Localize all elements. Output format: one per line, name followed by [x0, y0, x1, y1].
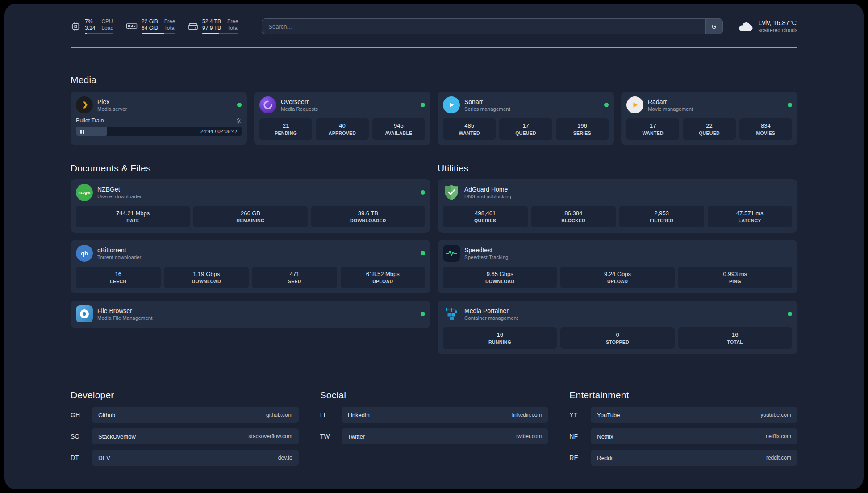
- service-desc: Series management: [464, 106, 510, 112]
- bookmark-url: dev.to: [278, 455, 292, 461]
- service-name: File Browser: [97, 307, 152, 314]
- bookmark-linkedin[interactable]: LI LinkedIn linkedin.com: [320, 407, 548, 423]
- service-link-nzbget[interactable]: nzbget NZBGet Usenet downloader: [76, 184, 142, 201]
- speedtest-icon: [443, 245, 460, 262]
- search-input[interactable]: [262, 18, 722, 34]
- bookmark-netflix[interactable]: NF Netflix netflix.com: [569, 428, 797, 444]
- service-name: Radarr: [648, 98, 693, 105]
- bookmark-reddit[interactable]: RE Reddit reddit.com: [569, 450, 797, 466]
- stat-tile: 17 WANTED: [626, 118, 679, 140]
- service-name: NZBGet: [97, 186, 142, 193]
- section-title-media: Media: [71, 75, 797, 85]
- bookmark-name: Reddit: [597, 455, 614, 461]
- service-card-filebrowser: File Browser Media File Management: [71, 301, 430, 328]
- stat-tile: 471 SEED: [252, 267, 337, 288]
- bookmark-url: github.com: [266, 412, 292, 418]
- bookmark-url: linkedin.com: [512, 412, 542, 418]
- search-bar: G: [262, 18, 722, 34]
- stat-tile: 945 AVAILABLE: [372, 118, 425, 140]
- bookmark-url: twitter.com: [516, 433, 542, 439]
- nzbget-icon: nzbget: [76, 184, 93, 201]
- bookmark-abbr: YT: [569, 411, 591, 418]
- status-dot: [788, 312, 792, 316]
- disk-total-label: Total: [227, 25, 238, 31]
- stat-tile: 744.21 Mbps RATE: [76, 206, 190, 227]
- gear-icon[interactable]: [236, 118, 242, 124]
- section-title-documents: Documents & Files: [71, 163, 430, 174]
- service-link-adguard[interactable]: AdGuard Home DNS and adblocking: [443, 184, 511, 201]
- bookmark-stackoverflow[interactable]: SO StackOverflow stackoverflow.com: [71, 428, 299, 444]
- bookmark-github[interactable]: GH Github github.com: [71, 407, 299, 423]
- playback-progress-bar[interactable]: 24:44 / 02:06:47: [76, 127, 242, 136]
- status-dot: [421, 190, 425, 195]
- pause-icon[interactable]: [80, 127, 84, 136]
- service-desc: Container management: [464, 315, 518, 321]
- cpu-widget: 7% 3.24 CPU Load: [71, 18, 113, 34]
- sonarr-icon: [443, 96, 460, 113]
- cpu-usage-fill: [85, 33, 87, 34]
- adguard-icon: [443, 184, 460, 201]
- stat-tile: 16 TOTAL: [678, 327, 792, 349]
- memory-usage-fill: [142, 33, 164, 34]
- filebrowser-icon: [76, 305, 93, 322]
- section-utilities: Utilities AdGuard Home: [438, 163, 797, 361]
- bookmark-dev[interactable]: DT DEV dev.to: [71, 450, 299, 466]
- service-link-radarr[interactable]: Radarr Movie management: [626, 96, 693, 113]
- service-link-portainer[interactable]: Media Portainer Container management: [443, 305, 518, 322]
- bookmark-url: reddit.com: [766, 455, 791, 461]
- service-name: Overseerr: [281, 98, 318, 105]
- dashboard-page: 7% 3.24 CPU Load: [4, 4, 864, 489]
- stat-tile: 266 GB REMAINING: [193, 206, 307, 227]
- service-name: Speedtest: [464, 246, 508, 254]
- bookmark-abbr: LI: [320, 411, 342, 418]
- service-link-filebrowser[interactable]: File Browser Media File Management: [76, 305, 152, 322]
- bookmark-abbr: RE: [569, 454, 591, 461]
- bookmark-twitter[interactable]: TW Twitter twitter.com: [320, 428, 548, 444]
- service-link-sonarr[interactable]: Sonarr Series management: [443, 96, 510, 113]
- disk-usage-bar: [202, 33, 238, 34]
- service-desc: Movie management: [648, 106, 693, 112]
- memory-usage-bar: [142, 33, 175, 34]
- weather-condition: scattered clouds: [759, 27, 797, 33]
- cloud-icon: [737, 20, 754, 33]
- disk-usage-fill: [202, 33, 219, 34]
- weather-location: Lviv, 16.87°C: [759, 19, 797, 26]
- stat-tile: 834 MOVIES: [739, 118, 792, 140]
- bookmark-abbr: SO: [71, 433, 92, 440]
- cpu-readout: 7% 3.24 CPU Load: [85, 18, 113, 34]
- status-dot: [788, 103, 792, 107]
- service-link-qbittorrent[interactable]: qb qBittorrent Torrent downloader: [76, 245, 141, 262]
- status-dot: [604, 103, 609, 107]
- bookmark-url: youtube.com: [760, 412, 791, 418]
- stat-tile: 39.6 TB DOWNLOADED: [311, 206, 425, 227]
- service-card-sonarr: Sonarr Series management 485 WANTED 17 Q…: [438, 92, 614, 145]
- search-provider-button[interactable]: G: [705, 19, 722, 34]
- service-card-speedtest: Speedtest Speedtest Tracking 9.65 Gbps D…: [438, 240, 797, 293]
- stat-tile: 16 LEECH: [76, 267, 161, 288]
- stat-tile: 2,953 FILTERED: [619, 206, 704, 227]
- bookmark-youtube[interactable]: YT YouTube youtube.com: [569, 407, 797, 423]
- stat-tile: 0 STOPPED: [560, 327, 674, 349]
- cpu-load-label: Load: [101, 25, 113, 31]
- service-link-overseerr[interactable]: Overseerr Media Requests: [259, 96, 318, 113]
- service-link-plex[interactable]: Plex Media server: [76, 96, 127, 113]
- service-link-speedtest[interactable]: Speedtest Speedtest Tracking: [443, 245, 508, 262]
- now-playing-title: Bullet Train: [76, 117, 104, 124]
- cpu-usage-bar: [85, 33, 113, 34]
- portainer-icon: [443, 305, 460, 322]
- disk-readout: 52.4 TB 97.9 TB Free Total: [202, 18, 238, 34]
- service-card-overseerr: Overseerr Media Requests 21 PENDING 40 A…: [254, 92, 430, 145]
- stat-tile: 17 QUEUED: [499, 118, 552, 140]
- service-name: AdGuard Home: [464, 186, 511, 193]
- weather-widget: Lviv, 16.87°C scattered clouds: [737, 19, 797, 33]
- stat-tile: 16 RUNNING: [443, 327, 557, 349]
- bookmark-abbr: DT: [71, 454, 92, 461]
- service-desc: Media server: [97, 106, 127, 112]
- stat-tile: 196 SERIES: [556, 118, 609, 140]
- bookmark-name: YouTube: [597, 412, 620, 418]
- now-playing-widget: Bullet Train 24:44 / 02:06:47: [76, 117, 242, 136]
- overseerr-icon: [259, 96, 276, 113]
- cpu-percent: 7%: [85, 18, 95, 25]
- service-card-adguard: AdGuard Home DNS and adblocking 498,461 …: [438, 179, 797, 233]
- bookmark-name: Netflix: [597, 433, 613, 440]
